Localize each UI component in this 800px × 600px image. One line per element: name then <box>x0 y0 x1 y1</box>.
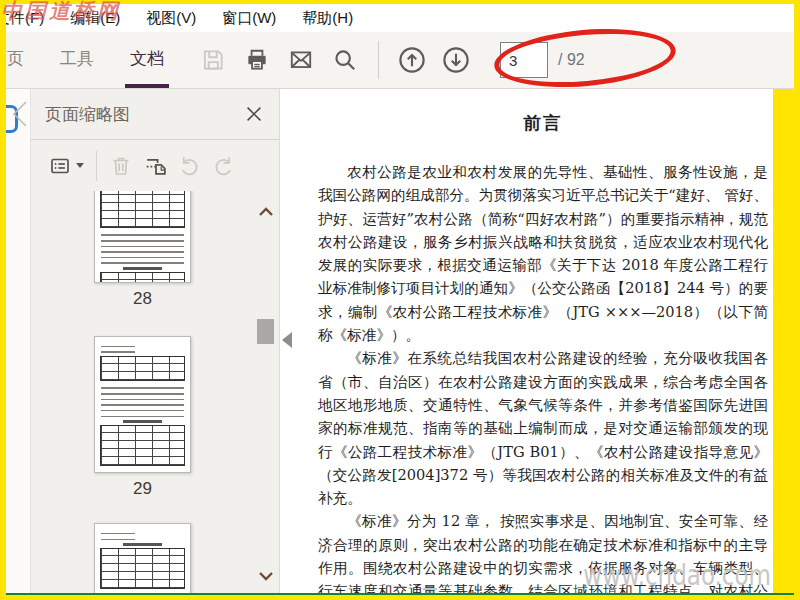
pdf-reader-window: 文件(F) 编辑(E) 视图(V) 窗口(W) 帮助(H) 中国道桥网 页 工具… <box>0 0 800 600</box>
chevron-down-icon <box>76 163 84 172</box>
splice-page-button[interactable] <box>140 151 170 181</box>
page-splice-icon <box>143 153 168 178</box>
thumbnail-table <box>100 272 185 284</box>
scroll-down-icon[interactable] <box>258 571 274 583</box>
rotate-right-icon <box>211 153 236 178</box>
thumbnail-page-28[interactable] <box>94 191 191 283</box>
thumbnail-options-button[interactable] <box>45 151 87 181</box>
thumbnail-caption <box>123 543 162 546</box>
arrow-up-circle-icon <box>397 45 427 75</box>
thumbnail-text-block <box>101 345 135 353</box>
search-button[interactable] <box>330 45 360 75</box>
collapse-sidebar-arrow[interactable] <box>282 332 292 348</box>
thumbnail-options-icon <box>49 154 73 178</box>
menu-file[interactable]: 文件(F) <box>6 9 57 28</box>
thumbnail-text-block <box>101 469 184 474</box>
delete-page-button <box>106 151 136 181</box>
scrollbar-thumb[interactable] <box>257 319 274 344</box>
next-page-button[interactable] <box>441 45 471 75</box>
trash-icon <box>109 154 133 178</box>
thumbnail-label-29[interactable]: 29 <box>94 479 191 499</box>
arrow-down-circle-icon <box>441 45 471 75</box>
email-button[interactable] <box>286 45 316 75</box>
rotate-left-icon <box>177 153 202 178</box>
thumbnail-table <box>100 548 185 589</box>
rotate-left-button <box>174 151 204 181</box>
document-view[interactable]: 前言 农村公路是农业和农村发展的先导性、基础性、服务性设施，是我国公路网的组成部… <box>279 89 773 593</box>
scroll-up-icon[interactable] <box>258 205 274 217</box>
thumbnail-caption <box>123 420 162 423</box>
close-icon[interactable] <box>243 103 265 125</box>
thumbnail-list: 28 29 <box>31 191 279 593</box>
paragraph-3: 《标准》分为 12 章， 按照实事求是、因地制宜、安全可靠、经济合理的原则，突出… <box>318 509 768 593</box>
panel-title: 页面缩略图 <box>45 103 243 126</box>
thumbnail-toolbar <box>31 140 279 191</box>
menu-help[interactable]: 帮助(H) <box>289 9 366 28</box>
menu-view[interactable]: 视图(V) <box>133 9 209 28</box>
page-number-input[interactable] <box>500 42 548 78</box>
toolbar: 页 工具 文档 <box>6 32 794 89</box>
page-total-label: / 92 <box>558 51 585 69</box>
thumbnail-table <box>100 191 185 228</box>
search-icon <box>332 47 358 73</box>
previous-page-button[interactable] <box>397 45 427 75</box>
print-icon <box>244 47 270 73</box>
thumbnails-panel: 页面缩略图 <box>31 89 279 593</box>
print-button[interactable] <box>242 45 272 75</box>
paragraph-2: 《标准》在系统总结我国农村公路建设的经验，充分吸收我国各省（市、自治区）在农村公… <box>318 346 768 509</box>
thumbnail-page-30[interactable] <box>94 523 191 593</box>
paragraph-1: 农村公路是农业和农村发展的先导性、基础性、服务性设施，是我国公路网的组成部分。为… <box>318 160 768 346</box>
rotate-right-button <box>208 151 238 181</box>
menu-window[interactable]: 窗口(W) <box>209 9 289 28</box>
thumbnail-label-28[interactable]: 28 <box>94 289 191 309</box>
menu-edit[interactable]: 编辑(E) <box>57 9 133 28</box>
main-area: 页面缩略图 <box>6 89 773 593</box>
thumbnail-caption <box>123 267 162 270</box>
save-icon <box>200 47 226 73</box>
menu-bar: 文件(F) 编辑(E) 视图(V) 窗口(W) 帮助(H) <box>6 4 794 33</box>
bottom-green-line <box>6 593 794 595</box>
document-title: 前言 <box>318 111 768 135</box>
thumbnail-text-block <box>101 231 184 264</box>
thumbnail-text-block <box>101 384 184 417</box>
tab-tools[interactable]: 工具 <box>55 32 99 88</box>
tab-home[interactable]: 页 <box>2 32 29 88</box>
thumbnail-table <box>100 356 185 381</box>
panel-header: 页面缩略图 <box>31 89 279 140</box>
ribbon-tabs: 页 工具 文档 <box>6 32 182 88</box>
sidebar-scrollbar[interactable] <box>255 191 277 593</box>
left-panel-rail <box>6 89 31 593</box>
tab-document[interactable]: 文档 <box>125 32 169 88</box>
thumbnail-page-29[interactable] <box>94 336 191 473</box>
toolbar-divider <box>378 41 379 79</box>
save-button <box>198 45 228 75</box>
tools-divider <box>96 151 97 181</box>
document-page: 前言 农村公路是农业和农村发展的先导性、基础性、服务性设施，是我国公路网的组成部… <box>318 89 768 593</box>
thumbnail-table <box>100 425 185 466</box>
email-icon <box>288 47 314 73</box>
thumbnail-text-block <box>101 532 135 540</box>
